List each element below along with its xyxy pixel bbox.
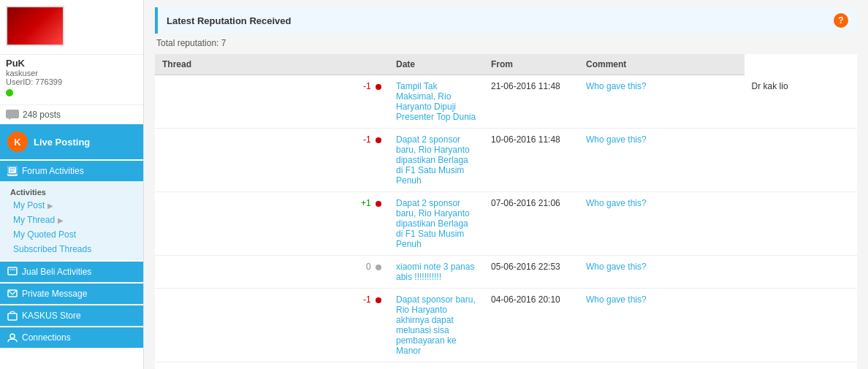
activities-label: Activities <box>10 185 136 198</box>
thread-link[interactable]: xiaomi note 3 panas abis !!!!!!!!!!! <box>396 262 474 282</box>
sidebar: PuK kaskuser UserID: 776399 248 posts K … <box>0 0 144 369</box>
score-value: +1 <box>361 198 371 208</box>
section-title: Latest Reputation Received <box>167 15 292 26</box>
table-row: 0 xiaomi note 3 panas abis !!!!!!!!!!!05… <box>155 256 857 289</box>
svg-rect-2 <box>8 167 17 174</box>
sidebar-item-private-message[interactable]: Private Message <box>0 284 143 304</box>
score-cell: -1 <box>155 289 389 362</box>
comment-cell <box>745 192 857 256</box>
connections-label: Connections <box>22 332 71 343</box>
score-dot <box>376 137 381 143</box>
private-message-label: Private Message <box>22 289 87 299</box>
thread-link[interactable]: Dapat 2 sponsor baru, Rio Haryanto dipas… <box>396 134 470 186</box>
from-link[interactable]: Who gave this? <box>586 294 647 305</box>
user-online-status <box>6 89 13 96</box>
user-id: UserID: 776399 <box>6 77 137 86</box>
sidebar-item-forum-activities[interactable]: Forum Activities <box>0 161 143 181</box>
col-header-date: Date <box>389 54 484 75</box>
from-cell[interactable]: Who gave this? <box>579 129 745 192</box>
date-cell: 05-06-2016 22:53 <box>484 256 579 289</box>
svg-rect-5 <box>8 267 17 275</box>
kaskus-store-icon <box>7 311 18 321</box>
table-header-row: Thread Date From Comment <box>155 54 857 75</box>
comment-cell <box>745 256 857 289</box>
main-content: Latest Reputation Received ? Total reput… <box>144 0 868 369</box>
forum-activities-label: Forum Activities <box>22 166 84 176</box>
thread-link[interactable]: Dapat sponsor baru, Rio Haryanto akhirny… <box>396 294 476 356</box>
user-avatar-area <box>0 0 143 55</box>
subscribed-threads-label: Subscribed Threads <box>13 244 91 254</box>
score-cell: 0 <box>155 256 389 289</box>
date-cell: 04-06-2016 20:10 <box>484 289 579 362</box>
thread-cell: Dapat sponsor baru, Rio Haryanto akhirny… <box>389 289 484 362</box>
sidebar-item-connections[interactable]: Connections <box>0 327 143 348</box>
help-icon[interactable]: ? <box>834 13 848 28</box>
score-value: -1 <box>363 81 371 91</box>
thread-cell: Dapat 2 sponsor baru, Rio Haryanto dipas… <box>389 362 484 370</box>
thread-cell: Tampil Tak Maksimal, Rio Haryanto Dipuji… <box>389 75 484 129</box>
svg-marker-1 <box>8 118 10 120</box>
table-row: -1 Dapat 2 sponsor baru, Rio Haryanto di… <box>155 362 857 370</box>
user-info: PuK kaskuser UserID: 776399 <box>0 55 143 104</box>
user-role: kaskuser <box>6 69 137 77</box>
from-cell[interactable]: Who gave this? <box>579 362 745 370</box>
user-name: PuK <box>6 58 137 69</box>
activities-subsection: Activities My Post ▶ My Thread ▶ My Quot… <box>0 181 143 260</box>
my-post-label: My Post <box>13 200 45 210</box>
from-link[interactable]: Who gave this? <box>586 81 647 91</box>
date-cell: 04-06-2016 17:13 <box>484 362 579 370</box>
reputation-table: Thread Date From Comment -1 Tampil Tak M… <box>155 54 857 369</box>
user-posts[interactable]: 248 posts <box>0 104 143 124</box>
thread-link[interactable]: Dapat 2 sponsor baru, Rio Haryanto dipas… <box>396 198 470 249</box>
sidebar-item-kaskus-store[interactable]: KASKUS Store <box>0 305 143 326</box>
live-posting-label: Live Posting <box>34 137 90 148</box>
table-row: -1 Dapat sponsor baru, Rio Haryanto akhi… <box>155 289 857 362</box>
posts-count: 248 posts <box>23 110 61 120</box>
score-value: 0 <box>366 262 371 272</box>
date-cell: 07-06-2016 21:06 <box>484 192 579 256</box>
date-cell: 10-06-2016 11:48 <box>484 129 579 192</box>
sidebar-item-my-thread[interactable]: My Thread ▶ <box>10 213 136 227</box>
sidebar-item-my-quoted-post[interactable]: My Quoted Post <box>10 227 136 242</box>
score-dot <box>376 201 381 207</box>
table-row: -1 Tampil Tak Maksimal, Rio Haryanto Dip… <box>155 75 857 129</box>
score-cell: +1 <box>155 192 389 256</box>
forum-activities-icon <box>7 166 18 176</box>
score-value: -1 <box>363 294 371 305</box>
table-row: -1 Dapat 2 sponsor baru, Rio Haryanto di… <box>155 129 857 192</box>
from-link[interactable]: Who gave this? <box>586 198 647 208</box>
score-dot <box>376 84 381 90</box>
avatar <box>6 6 64 46</box>
kaskus-store-label: KASKUS Store <box>22 311 81 321</box>
sidebar-item-live-posting[interactable]: K Live Posting <box>0 124 143 159</box>
from-cell[interactable]: Who gave this? <box>579 289 745 362</box>
col-header-comment: Comment <box>579 54 745 75</box>
private-message-icon <box>7 289 18 299</box>
sidebar-item-subscribed-threads[interactable]: Subscribed Threads <box>10 242 136 256</box>
thread-link[interactable]: Tampil Tak Maksimal, Rio Haryanto Dipuji… <box>396 81 476 122</box>
total-reputation: Total reputation: 7 <box>155 38 857 48</box>
from-link[interactable]: Who gave this? <box>586 262 647 272</box>
score-cell: -1 <box>155 362 389 370</box>
section-header: Latest Reputation Received ? <box>155 7 857 34</box>
thread-cell: Dapat 2 sponsor baru, Rio Haryanto dipas… <box>389 192 484 256</box>
jual-beli-label: Jual Beli Activities <box>22 267 91 277</box>
from-cell[interactable]: Who gave this? <box>579 75 745 129</box>
my-thread-arrow-icon: ▶ <box>58 216 64 224</box>
comment-cell <box>745 362 857 370</box>
comment-cell <box>745 129 857 192</box>
sidebar-item-jual-beli[interactable]: Jual Beli Activities <box>0 262 143 282</box>
date-cell: 21-06-2016 11:48 <box>484 75 579 129</box>
svg-rect-8 <box>8 313 17 320</box>
from-cell[interactable]: Who gave this? <box>579 256 745 289</box>
from-cell[interactable]: Who gave this? <box>579 192 745 256</box>
jual-beli-icon <box>7 267 18 277</box>
live-posting-icon: K <box>7 132 28 152</box>
svg-rect-0 <box>6 110 19 118</box>
score-cell: -1 <box>155 129 389 192</box>
thread-cell: xiaomi note 3 panas abis !!!!!!!!!!! <box>389 256 484 289</box>
from-link[interactable]: Who gave this? <box>586 134 647 145</box>
sidebar-item-my-post[interactable]: My Post ▶ <box>10 198 136 213</box>
score-dot <box>376 297 381 303</box>
svg-point-9 <box>10 334 15 338</box>
